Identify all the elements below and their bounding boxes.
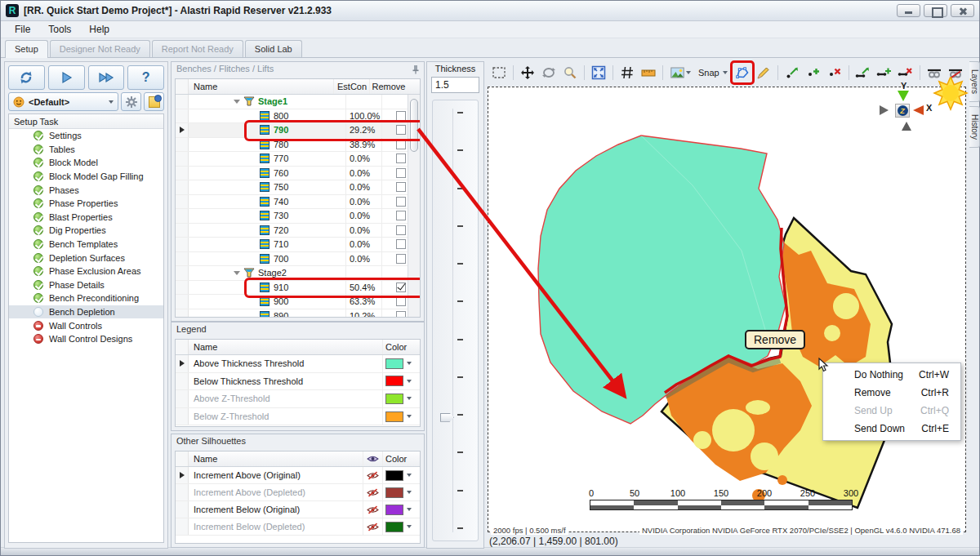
axis-gizmo[interactable]: Y Z X — [877, 82, 931, 135]
color-swatch[interactable] — [385, 522, 403, 532]
remove-checkbox[interactable] — [396, 153, 406, 163]
task-item-phase-exclusion[interactable]: Phase Exclusion Areas — [9, 265, 163, 278]
remove-checkbox[interactable] — [396, 140, 406, 149]
chevron-down-icon[interactable] — [407, 491, 412, 494]
menu-file[interactable]: File — [6, 22, 39, 37]
menu-item-send-down[interactable]: Send DownCtrl+E — [823, 420, 960, 438]
legend-row[interactable]: Below Z-Threshold — [176, 408, 420, 426]
bench-row[interactable]: 7600.0% — [176, 167, 420, 181]
task-item-gap-filling[interactable]: Block Model Gap Filling — [9, 170, 163, 184]
silhouette-row[interactable]: Increment Above (Depleted) — [176, 484, 420, 501]
remove-checkbox[interactable] — [396, 168, 406, 178]
axis-z-button[interactable]: Z — [895, 104, 910, 118]
color-swatch[interactable] — [385, 394, 403, 404]
bench-row[interactable]: 7700.0% — [176, 152, 420, 167]
task-item-bench-depletion[interactable]: Bench Depletion — [9, 305, 163, 319]
chevron-down-icon[interactable] — [407, 397, 412, 400]
vertical-scrollbar[interactable] — [408, 95, 420, 317]
remove-checkbox[interactable] — [396, 311, 406, 317]
chevron-down-icon[interactable] — [407, 380, 412, 383]
viewport-canvas[interactable]: Y Z X 050100150200250300 — [488, 87, 966, 532]
bench-row[interactable]: 800100.0% — [176, 109, 420, 124]
color-swatch[interactable] — [385, 470, 403, 481]
tab-layers[interactable]: Layers — [969, 61, 980, 102]
bench-row[interactable]: 89010.2% — [176, 309, 420, 318]
stage-row[interactable]: Stage2 — [176, 266, 420, 281]
silhouette-row[interactable]: Increment Below (Original) — [176, 501, 420, 518]
run-button[interactable] — [48, 65, 85, 90]
pin-icon[interactable] — [412, 64, 420, 74]
task-item-phase-details[interactable]: Phase Details — [9, 278, 163, 292]
snap-button[interactable]: Snap — [696, 68, 730, 78]
ruler-button[interactable] — [639, 64, 657, 82]
bench-row-790[interactable]: 79029.2% — [176, 123, 420, 138]
task-item-tables[interactable]: Tables — [9, 143, 163, 157]
bench-row[interactable]: 7500.0% — [176, 180, 420, 195]
task-item-blast-properties[interactable]: Blast Properties — [9, 211, 163, 225]
legend-row[interactable]: Below Thickness Threshold — [176, 373, 420, 391]
remove-checkbox[interactable] — [396, 296, 406, 306]
task-item-phases[interactable]: Phases — [9, 183, 163, 197]
pan-button[interactable] — [519, 64, 537, 82]
silhouette-row[interactable]: Increment Below (Depleted) — [176, 518, 420, 536]
task-item-wall-control-designs[interactable]: Wall Control Designs — [9, 332, 163, 346]
remove-checkbox[interactable] — [396, 125, 406, 135]
menu-item-do-nothing[interactable]: Do NothingCtrl+W — [823, 366, 960, 384]
visibility-toggle[interactable] — [363, 484, 382, 500]
visibility-toggle[interactable] — [363, 518, 382, 535]
marquee-select-button[interactable] — [490, 64, 508, 82]
col-remove[interactable]: Remove — [369, 79, 408, 94]
remove-checkbox[interactable] — [396, 111, 406, 121]
collapse-icon[interactable] — [234, 100, 240, 104]
bench-row[interactable]: 7200.0% — [176, 224, 420, 238]
scrollbar-thumb[interactable] — [410, 99, 418, 152]
minimize-button[interactable] — [897, 4, 920, 17]
visibility-toggle[interactable] — [363, 501, 382, 518]
remove-checkbox[interactable] — [396, 239, 406, 249]
bench-row[interactable]: 90063.3% — [176, 295, 420, 309]
remove-checkbox[interactable] — [396, 182, 406, 192]
silhouette-row[interactable]: Increment Above (Original) — [176, 467, 420, 484]
col-name[interactable]: Name — [189, 82, 333, 91]
delete-segment-button[interactable] — [897, 64, 915, 82]
task-item-wall-controls[interactable]: Wall Controls — [9, 318, 163, 332]
task-item-bench-templates[interactable]: Bench Templates — [9, 238, 163, 251]
remove-checkbox[interactable] — [396, 211, 406, 220]
color-swatch[interactable] — [385, 358, 403, 369]
zoom-button[interactable] — [561, 64, 579, 82]
color-swatch[interactable] — [385, 376, 403, 386]
tab-history[interactable]: History — [969, 106, 980, 148]
bench-row[interactable]: 7100.0% — [176, 238, 420, 252]
visibility-toggle[interactable] — [363, 467, 382, 483]
preset-settings-button[interactable] — [121, 92, 141, 111]
grid-button[interactable] — [618, 64, 636, 82]
fit-view-button[interactable] — [590, 64, 608, 82]
chevron-down-icon[interactable] — [407, 362, 412, 365]
tab-solid-lab[interactable]: Solid Lab — [245, 40, 302, 57]
tab-setup[interactable]: Setup — [5, 40, 48, 58]
notes-button[interactable] — [144, 92, 164, 111]
bench-row[interactable]: 78038.9% — [176, 138, 420, 153]
refresh-button[interactable] — [8, 65, 45, 90]
col-estcon[interactable]: EstCon — [333, 79, 369, 94]
menu-tools[interactable]: Tools — [39, 22, 80, 37]
col-name[interactable]: Name — [189, 342, 382, 352]
thickness-input[interactable]: 1.5 — [431, 77, 479, 93]
remove-checkbox-checked[interactable] — [396, 282, 406, 292]
chevron-down-icon[interactable] — [407, 525, 412, 528]
chevron-down-icon[interactable] — [407, 415, 412, 418]
legend-row[interactable]: Above Z-Threshold — [176, 390, 420, 408]
close-button[interactable] — [951, 4, 974, 17]
bench-row[interactable]: 7300.0% — [176, 209, 420, 224]
col-name[interactable]: Name — [189, 454, 363, 464]
thickness-slider[interactable] — [432, 100, 479, 541]
bench-row-910[interactable]: 91050.4% — [176, 281, 420, 296]
move-segment-button[interactable] — [854, 64, 872, 82]
color-swatch[interactable] — [385, 487, 403, 498]
help-button[interactable]: ? — [127, 65, 164, 90]
chevron-down-icon[interactable] — [407, 474, 412, 477]
remove-checkbox[interactable] — [396, 197, 406, 207]
task-item-phase-properties[interactable]: Phase Properties — [9, 197, 163, 211]
maximize-button[interactable] — [924, 4, 947, 17]
run-all-button[interactable] — [88, 65, 125, 90]
